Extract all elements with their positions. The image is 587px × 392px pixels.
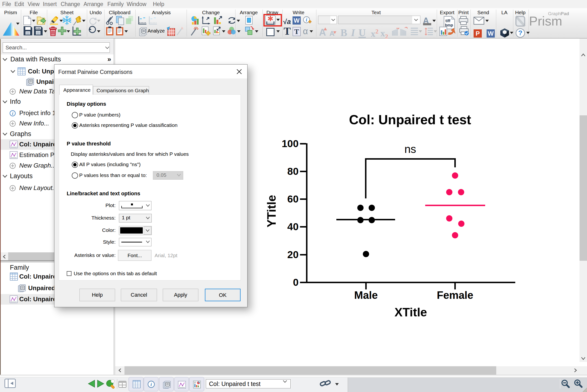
svg-text:tiff: tiff [446,19,450,23]
svg-text:i: i [306,17,307,22]
svg-text:i: i [12,111,13,116]
svg-text:bmp: bmp [445,23,453,27]
svg-text:i: i [150,382,152,387]
svg-text:?: ? [518,29,522,36]
